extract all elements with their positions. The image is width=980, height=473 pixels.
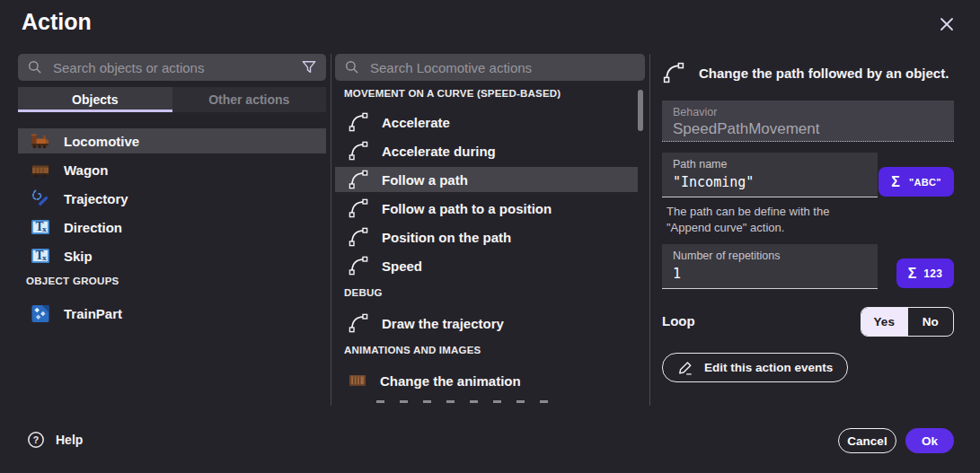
objects-search[interactable]: [18, 54, 326, 81]
locomotive-icon: [31, 131, 50, 151]
text-object-icon: [31, 217, 50, 237]
path-name-label: Path name: [673, 158, 867, 171]
object-label: Direction: [64, 220, 122, 235]
actions-search[interactable]: [335, 54, 645, 81]
object-group-icon: [31, 303, 50, 323]
expression-editor-string-button[interactable]: Σ "ABC": [878, 167, 954, 197]
object-item-skip[interactable]: Skip: [18, 243, 326, 268]
curve-icon: [662, 61, 685, 84]
action-description: Change the path followed by an object.: [662, 61, 958, 84]
object-list: Locomotive Wagon Trajectory Direction Sk…: [18, 128, 326, 329]
action-label: Change the animation: [380, 373, 521, 389]
repetitions-label: Number of repetitions: [673, 250, 867, 262]
action-label: Accelerate during: [382, 144, 496, 159]
sigma-icon: Σ: [908, 266, 917, 282]
expression-editor-number-button[interactable]: Σ 123: [896, 258, 954, 288]
loop-yes-option[interactable]: Yes: [861, 308, 907, 336]
tab-objects-label: Objects: [72, 92, 118, 107]
path-name-value[interactable]: "Incoming": [673, 174, 867, 190]
path-help-text: The path can be define with the "Append …: [667, 204, 900, 236]
action-item-position-on-the-path[interactable]: Position on the path: [335, 224, 638, 250]
search-icon: [344, 59, 360, 75]
scrollbar-thumb[interactable]: [638, 90, 643, 131]
object-tabs: Objects Other actions: [18, 87, 326, 112]
behavior-field-label: Behavior: [673, 106, 943, 118]
action-item-follow-a-path[interactable]: Follow a path: [335, 167, 638, 192]
curve-icon: [348, 312, 369, 334]
objects-search-input[interactable]: [51, 59, 293, 76]
curve-icon: [348, 255, 369, 276]
curve-icon: [348, 111, 369, 133]
cancel-button[interactable]: Cancel: [838, 428, 896, 453]
tab-other-actions-label: Other actions: [208, 92, 289, 107]
ok-button[interactable]: Ok: [905, 428, 954, 453]
action-label: Draw the trajectory: [382, 316, 504, 331]
curve-icon: [348, 197, 369, 219]
action-label: Accelerate: [382, 115, 450, 130]
action-item-change-the-animation[interactable]: Change the animation: [335, 368, 638, 393]
action-label: Position on the path: [382, 230, 511, 245]
edit-action-events-button[interactable]: Edit this action events: [662, 353, 848, 382]
loop-label: Loop: [662, 313, 695, 328]
text-object-icon: [31, 246, 50, 266]
loop-no-option[interactable]: No: [907, 308, 954, 336]
wagon-icon: [31, 160, 50, 180]
object-label: Trajectory: [64, 191, 128, 206]
curve-icon: [348, 169, 369, 190]
tab-other-actions[interactable]: Other actions: [172, 87, 327, 112]
section-header: ANIMATIONS AND IMAGES: [344, 345, 645, 357]
loop-toggle: Yes No: [861, 307, 954, 337]
abc-label: "ABC": [909, 177, 941, 188]
behavior-field: Behavior SpeedPathMovement: [662, 101, 954, 142]
action-item-draw-the-trajectory[interactable]: Draw the trajectory: [335, 311, 638, 336]
action-dialog: Action Objects Other actions Locomotive …: [0, 0, 980, 473]
object-item-direction[interactable]: Direction: [18, 215, 326, 240]
action-label: Follow a path: [382, 172, 468, 188]
tab-objects[interactable]: Objects: [18, 87, 172, 112]
object-label: Locomotive: [64, 134, 139, 149]
help-label: Help: [56, 433, 83, 447]
object-label: Wagon: [64, 162, 108, 178]
action-item-accelerate-during[interactable]: Accelerate during: [335, 138, 638, 163]
close-icon[interactable]: [936, 13, 958, 35]
section-header: DEBUG: [344, 287, 645, 300]
action-item-accelerate[interactable]: Accelerate: [335, 109, 638, 135]
sigma-icon: Σ: [891, 174, 900, 190]
action-list: MOVEMENT ON A CURVE (SPEED-BASED) Accele…: [335, 83, 645, 404]
help-link[interactable]: Help: [27, 431, 83, 449]
action-description-text: Change the path followed by an object.: [699, 61, 949, 83]
behavior-field-value: SpeedPathMovement: [673, 120, 943, 138]
panel-divider: [331, 54, 331, 406]
object-item-trainpart[interactable]: TrainPart: [18, 301, 326, 326]
action-label: Speed: [382, 258, 422, 274]
dialog-title: Action: [22, 9, 92, 35]
object-label: TrainPart: [64, 306, 122, 321]
object-item-wagon[interactable]: Wagon: [18, 157, 326, 182]
action-item-speed[interactable]: Speed: [335, 253, 638, 278]
path-name-field[interactable]: Path name "Incoming": [662, 153, 878, 197]
object-item-trajectory[interactable]: Trajectory: [18, 186, 326, 211]
trajectory-icon: [31, 188, 50, 208]
filter-icon[interactable]: [301, 59, 317, 75]
film-icon: [348, 371, 367, 390]
section-header: MOVEMENT ON A CURVE (SPEED-BASED): [344, 88, 645, 101]
edit-action-events-label: Edit this action events: [704, 361, 833, 374]
curve-icon: [348, 226, 369, 248]
curve-icon: [348, 140, 369, 162]
search-icon: [27, 59, 43, 75]
action-item-follow-a-path-to-a-position[interactable]: Follow a path to a position: [335, 196, 638, 221]
help-icon: [27, 431, 45, 449]
object-groups-header: OBJECT GROUPS: [26, 276, 326, 290]
pencil-icon: [677, 359, 694, 376]
repetitions-field[interactable]: Number of repetitions 1: [662, 244, 878, 289]
clipped-action-item: [376, 400, 556, 403]
action-label: Follow a path to a position: [382, 201, 552, 216]
object-label: Skip: [64, 249, 93, 264]
panel-divider: [649, 54, 650, 406]
object-item-locomotive[interactable]: Locomotive: [18, 128, 326, 153]
repetitions-value[interactable]: 1: [673, 266, 867, 282]
actions-search-input[interactable]: [368, 59, 636, 76]
123-label: 123: [923, 267, 942, 280]
